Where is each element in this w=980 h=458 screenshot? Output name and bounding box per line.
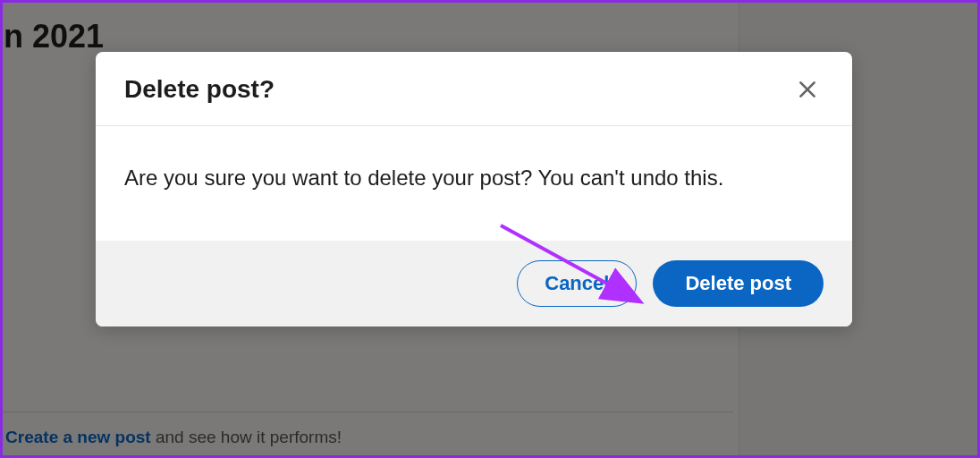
close-button[interactable] xyxy=(791,73,824,106)
cancel-button[interactable]: Cancel xyxy=(517,260,637,307)
modal-header: Delete post? xyxy=(96,52,852,126)
modal-body: Are you sure you want to delete your pos… xyxy=(96,126,852,241)
modal-footer: Cancel Delete post xyxy=(96,241,852,327)
delete-post-modal: Delete post? Are you sure you want to de… xyxy=(96,52,852,327)
delete-post-button[interactable]: Delete post xyxy=(653,260,824,307)
close-icon xyxy=(796,78,819,101)
modal-title: Delete post? xyxy=(124,75,275,104)
